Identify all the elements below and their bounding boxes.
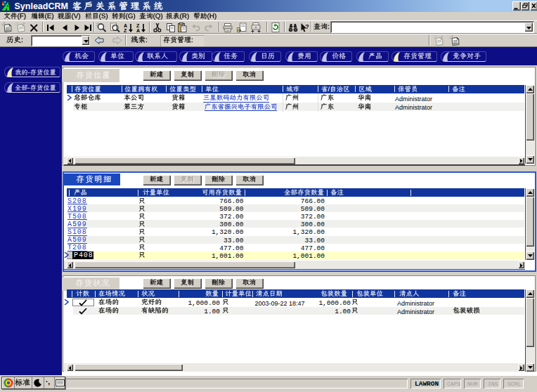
svg-text:Z: Z <box>124 28 127 33</box>
svg-text:A: A <box>136 28 140 33</box>
svg-text:Z: Z <box>136 23 140 28</box>
svg-text:?: ? <box>305 22 309 30</box>
svg-text:A: A <box>124 23 127 28</box>
